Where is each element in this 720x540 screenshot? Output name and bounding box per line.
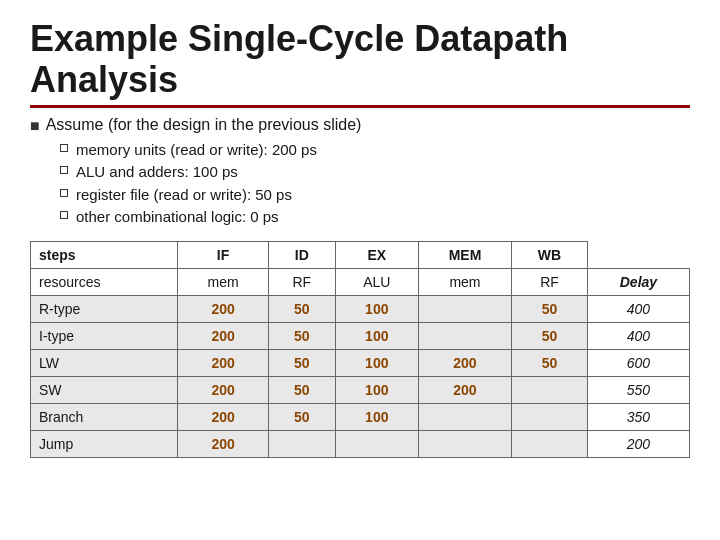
sw-EX: 100 <box>335 376 418 403</box>
branch-WB <box>512 403 588 430</box>
lw-WB: 50 <box>512 349 588 376</box>
table-row-jump: Jump 200 200 <box>31 430 690 457</box>
title-line2: Analysis <box>30 59 178 100</box>
jump-EX <box>335 430 418 457</box>
branch-EX: 100 <box>335 403 418 430</box>
rtype-label: R-type <box>31 295 178 322</box>
branch-ID: 50 <box>268 403 335 430</box>
sub-bullet-0: memory units (read or write): 200 ps <box>60 139 690 162</box>
sw-IF: 200 <box>178 376 268 403</box>
jump-ID <box>268 430 335 457</box>
resources-MEM: mem <box>418 268 511 295</box>
jump-WB <box>512 430 588 457</box>
jump-MEM <box>418 430 511 457</box>
sq-icon-2 <box>60 189 68 197</box>
sub-bullet-1: ALU and adders: 100 ps <box>60 161 690 184</box>
table-row-sw: SW 200 50 100 200 550 <box>31 376 690 403</box>
branch-delay: 350 <box>587 403 689 430</box>
itype-label: I-type <box>31 322 178 349</box>
rtype-WB: 50 <box>512 295 588 322</box>
itype-EX: 100 <box>335 322 418 349</box>
sub-bullet-text-1: ALU and adders: 100 ps <box>76 161 238 184</box>
col-header-EX: EX <box>335 241 418 268</box>
datapath-table: steps IF ID EX MEM WB resources mem RF A… <box>30 241 690 458</box>
table-row-branch: Branch 200 50 100 350 <box>31 403 690 430</box>
jump-delay: 200 <box>587 430 689 457</box>
sw-MEM: 200 <box>418 376 511 403</box>
itype-ID: 50 <box>268 322 335 349</box>
sq-icon-3 <box>60 211 68 219</box>
col-header-MEM: MEM <box>418 241 511 268</box>
rtype-ID: 50 <box>268 295 335 322</box>
sub-bullet-text-3: other combinational logic: 0 ps <box>76 206 279 229</box>
table-header-row: steps IF ID EX MEM WB <box>31 241 690 268</box>
sw-label: SW <box>31 376 178 403</box>
rtype-IF: 200 <box>178 295 268 322</box>
title-line1: Example Single-Cycle Datapath <box>30 18 568 59</box>
divider <box>30 105 690 108</box>
resources-row: resources mem RF ALU mem RF Delay <box>31 268 690 295</box>
sub-bullets: memory units (read or write): 200 ps ALU… <box>60 139 690 229</box>
table-row-rtype: R-type 200 50 100 50 400 <box>31 295 690 322</box>
rtype-EX: 100 <box>335 295 418 322</box>
sub-bullet-text-2: register file (read or write): 50 ps <box>76 184 292 207</box>
bullet-section: ■ Assume (for the design in the previous… <box>30 116 690 229</box>
resources-EX: ALU <box>335 268 418 295</box>
table-row-itype: I-type 200 50 100 50 400 <box>31 322 690 349</box>
col-header-ID: ID <box>268 241 335 268</box>
col-header-IF: IF <box>178 241 268 268</box>
itype-delay: 400 <box>587 322 689 349</box>
table-row-lw: LW 200 50 100 200 50 600 <box>31 349 690 376</box>
jump-IF: 200 <box>178 430 268 457</box>
page-title: Example Single-Cycle Datapath Analysis <box>30 18 690 101</box>
sub-bullet-text-0: memory units (read or write): 200 ps <box>76 139 317 162</box>
jump-label: Jump <box>31 430 178 457</box>
branch-label: Branch <box>31 403 178 430</box>
itype-IF: 200 <box>178 322 268 349</box>
main-bullet: ■ Assume (for the design in the previous… <box>30 116 690 135</box>
itype-WB: 50 <box>512 322 588 349</box>
main-bullet-text: Assume (for the design in the previous s… <box>46 116 362 134</box>
sw-WB <box>512 376 588 403</box>
sub-bullet-3: other combinational logic: 0 ps <box>60 206 690 229</box>
bullet-icon: ■ <box>30 117 40 135</box>
sq-icon-1 <box>60 166 68 174</box>
col-header-steps: steps <box>31 241 178 268</box>
branch-MEM <box>418 403 511 430</box>
rtype-delay: 400 <box>587 295 689 322</box>
lw-delay: 600 <box>587 349 689 376</box>
resources-WB: RF <box>512 268 588 295</box>
resources-ID: RF <box>268 268 335 295</box>
resources-label: resources <box>31 268 178 295</box>
resources-delay: Delay <box>587 268 689 295</box>
col-header-delay <box>587 241 689 268</box>
sub-bullet-2: register file (read or write): 50 ps <box>60 184 690 207</box>
lw-label: LW <box>31 349 178 376</box>
lw-IF: 200 <box>178 349 268 376</box>
lw-EX: 100 <box>335 349 418 376</box>
sw-ID: 50 <box>268 376 335 403</box>
resources-IF: mem <box>178 268 268 295</box>
branch-IF: 200 <box>178 403 268 430</box>
lw-ID: 50 <box>268 349 335 376</box>
sw-delay: 550 <box>587 376 689 403</box>
lw-MEM: 200 <box>418 349 511 376</box>
rtype-MEM <box>418 295 511 322</box>
sq-icon-0 <box>60 144 68 152</box>
col-header-WB: WB <box>512 241 588 268</box>
page: Example Single-Cycle Datapath Analysis ■… <box>0 0 720 540</box>
itype-MEM <box>418 322 511 349</box>
